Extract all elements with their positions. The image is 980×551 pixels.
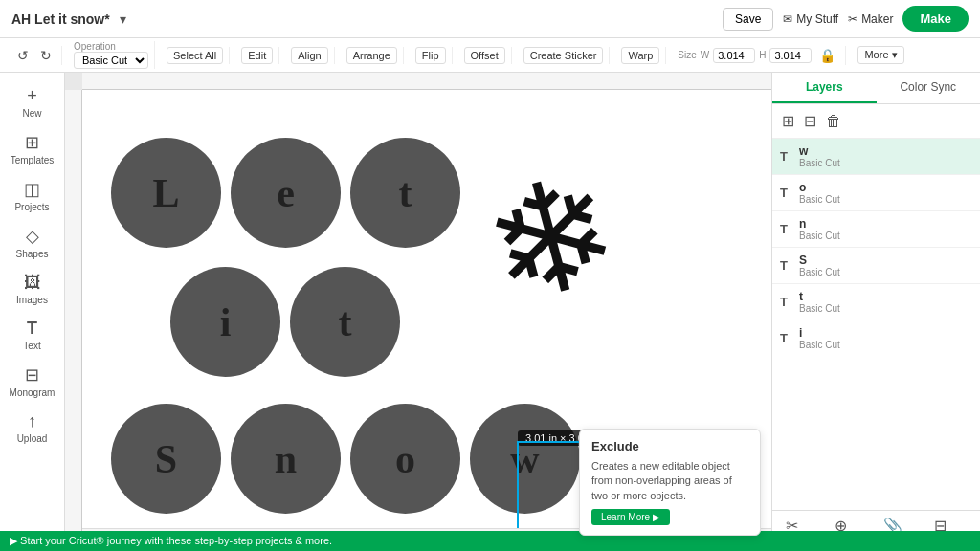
- toolbar: ↺ ↻ Operation Basic Cut Select All Edit …: [0, 38, 980, 73]
- make-button[interactable]: Make: [902, 6, 969, 32]
- text-icon: T: [27, 319, 37, 339]
- sidebar-item-text[interactable]: T Text: [4, 313, 61, 357]
- lock-aspect-button[interactable]: 🔒: [815, 46, 839, 65]
- size-label: Size: [678, 50, 696, 60]
- new-icon: +: [27, 86, 37, 106]
- circle-L[interactable]: L: [111, 138, 221, 248]
- warp-button[interactable]: Warp: [621, 47, 659, 64]
- layer-item-o[interactable]: T o Basic Cut: [772, 175, 980, 211]
- panel-toolbar: ⊞ ⊟ 🗑: [772, 104, 980, 139]
- layer-char-i: i: [799, 326, 972, 340]
- circle-S[interactable]: S: [111, 404, 221, 514]
- circle-e[interactable]: e: [231, 138, 341, 248]
- panel-duplicate-button[interactable]: ⊟: [802, 110, 818, 132]
- layer-item-n[interactable]: T n Basic Cut: [772, 211, 980, 248]
- operation-select[interactable]: Basic Cut: [74, 52, 148, 69]
- tooltip-title: Exclude: [591, 439, 748, 453]
- arrange-group: Arrange: [341, 47, 404, 64]
- circle-o[interactable]: o: [350, 404, 460, 514]
- redo-button[interactable]: ↻: [36, 46, 56, 65]
- operation-label: Operation: [74, 41, 148, 52]
- projects-icon: ◫: [24, 179, 40, 200]
- tooltip-cta-button[interactable]: Learn More ▶: [591, 509, 670, 525]
- align-group: Align: [285, 47, 334, 64]
- layer-item-w[interactable]: T w Basic Cut: [772, 139, 980, 175]
- align-button[interactable]: Align: [291, 47, 327, 64]
- sidebar-item-templates[interactable]: ⊞ Templates: [4, 126, 61, 171]
- circle-t2[interactable]: t: [290, 267, 400, 377]
- circle-i[interactable]: i: [170, 267, 280, 377]
- snowflake-decoration[interactable]: ❄: [449, 139, 648, 338]
- left-sidebar: + New ⊞ Templates ◫ Projects ◇ Shapes 🖼 …: [0, 73, 65, 551]
- flip-button[interactable]: Flip: [415, 47, 446, 64]
- sidebar-item-projects[interactable]: ◫ Projects: [4, 173, 61, 218]
- offset-group: Offset: [458, 47, 512, 64]
- sidebar-label-monogram: Monogram: [10, 387, 56, 398]
- height-input[interactable]: [769, 48, 812, 63]
- edit-group: Edit: [235, 47, 279, 64]
- panel-delete-button[interactable]: 🗑: [824, 111, 843, 132]
- create-sticker-button[interactable]: Create Sticker: [523, 47, 604, 64]
- panel-tabs: Layers Color Sync: [772, 73, 980, 104]
- layer-item-t[interactable]: T t Basic Cut: [772, 284, 980, 320]
- maker-button[interactable]: ✂ Maker: [848, 12, 893, 26]
- edit-button[interactable]: Edit: [241, 47, 273, 64]
- sidebar-item-images[interactable]: 🖼 Images: [4, 267, 61, 311]
- layer-char-o: o: [799, 181, 972, 194]
- panel-group-button[interactable]: ⊞: [780, 110, 796, 132]
- sidebar-label-images: Images: [16, 295, 48, 305]
- layer-sub-o: Basic Cut: [799, 194, 972, 205]
- sidebar-label-projects: Projects: [14, 202, 49, 212]
- tab-layers[interactable]: Layers: [772, 73, 877, 103]
- ruler-horizontal: [82, 73, 771, 90]
- layer-sub-t: Basic Cut: [799, 303, 972, 314]
- size-group: Size W H 🔒: [672, 46, 846, 65]
- sidebar-item-monogram[interactable]: ⊟ Monogram: [4, 359, 61, 404]
- layer-sub-w: Basic Cut: [799, 158, 972, 168]
- create-sticker-group: Create Sticker: [518, 47, 611, 64]
- more-button[interactable]: More ▾: [858, 46, 903, 64]
- tab-color-sync[interactable]: Color Sync: [877, 73, 981, 103]
- layer-sub-S: Basic Cut: [799, 267, 972, 277]
- arrange-button[interactable]: Arrange: [346, 47, 397, 64]
- title-chevron[interactable]: ▾: [116, 10, 130, 29]
- templates-icon: ⊞: [25, 132, 39, 153]
- layer-item-i[interactable]: T i Basic Cut: [772, 320, 980, 355]
- shapes-icon: ◇: [26, 226, 39, 247]
- width-input[interactable]: [713, 48, 755, 63]
- flip-group: Flip: [410, 47, 453, 64]
- sidebar-label-upload: Upload: [17, 433, 48, 444]
- layers-list: T w Basic Cut T o Basic Cut T n Basic Cu…: [772, 139, 980, 355]
- operation-group: Operation Basic Cut: [68, 41, 155, 69]
- scissors-icon: ✂: [848, 12, 858, 26]
- select-all-button[interactable]: Select All: [167, 47, 223, 64]
- circle-t1[interactable]: t: [350, 138, 460, 248]
- sidebar-item-upload[interactable]: ↑ Upload: [4, 406, 61, 450]
- my-stuff-button[interactable]: ✉ My Stuff: [783, 12, 838, 26]
- layer-item-S[interactable]: T S Basic Cut: [772, 248, 980, 284]
- sidebar-label-text: Text: [23, 341, 40, 351]
- layer-char-S: S: [799, 253, 972, 267]
- warp-group: Warp: [615, 47, 666, 64]
- topbar-left: AH Let it snow* ▾: [11, 10, 130, 29]
- project-title: AH Let it snow*: [11, 11, 110, 27]
- more-group: More ▾: [852, 46, 909, 64]
- layer-char-n: n: [799, 217, 972, 231]
- undo-redo-group: ↺ ↻: [8, 46, 62, 65]
- undo-button[interactable]: ↺: [13, 46, 33, 65]
- layer-char-w: w: [799, 144, 972, 158]
- layer-char-t: t: [799, 290, 972, 303]
- envelope-icon: ✉: [783, 12, 792, 26]
- monogram-icon: ⊟: [25, 364, 39, 386]
- topbar: AH Let it snow* ▾ Save ✉ My Stuff ✂ Make…: [0, 0, 980, 38]
- tooltip-body: Creates a new editable object from non-o…: [591, 459, 748, 503]
- offset-button[interactable]: Offset: [464, 47, 505, 64]
- layer-sub-i: Basic Cut: [799, 340, 972, 350]
- save-button[interactable]: Save: [723, 8, 773, 31]
- circle-w[interactable]: w: [470, 404, 580, 514]
- cricut-banner[interactable]: ▶ Start your Cricut® journey with these …: [0, 531, 980, 551]
- circle-n[interactable]: n: [231, 404, 341, 514]
- sidebar-item-shapes[interactable]: ◇ Shapes: [4, 220, 61, 265]
- sidebar-item-new[interactable]: + New: [4, 80, 61, 124]
- sidebar-label-templates: Templates: [11, 155, 55, 165]
